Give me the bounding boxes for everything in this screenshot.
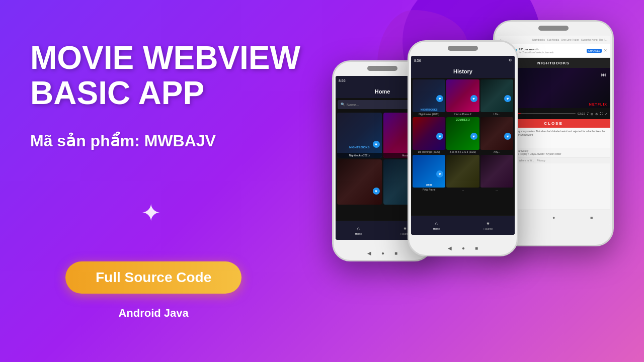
phone1-notch	[367, 66, 397, 71]
phone2-history-grid: NIGHTBOOKS ♥ Nightbooks (2021) ♥ Hocus P…	[411, 78, 515, 193]
phone2-movie-9[interactable]: ...	[480, 155, 513, 192]
circle-icon-3: ●	[552, 215, 555, 220]
phone2-screen: 8:56 ⚙ History NIGHTBOOKS ♥ Nightbooks (…	[411, 56, 515, 235]
phone3-ad-sub: for 2 months of select channels	[519, 51, 585, 54]
phone2-bottom-bar: ◀ ● ■	[448, 245, 478, 251]
phone1-movie-1[interactable]: NIGHTBOOKS ♥ Nightbooks (2021)	[337, 113, 382, 158]
phone2-nav-home[interactable]: ⌂ Home	[433, 221, 440, 230]
square-icon-3: ■	[590, 215, 593, 220]
heart-icon-2: ♥	[487, 221, 490, 226]
phone2-time: 8:56	[414, 59, 421, 62]
phones-container: 8:56 ⚙ Home 🔍 Name... NIGHTBOOKS ♥ Night…	[292, 0, 644, 362]
phone2-bottom-nav: ⌂ Home ♥ Favorite	[411, 216, 515, 235]
back-icon: ◀	[367, 250, 371, 256]
netflix-badge: NETFLIX	[589, 103, 607, 106]
phone1-title-1: Nightbooks (2021)	[337, 153, 382, 158]
left-content: MOVIE WEBVIEW BASIC APP Mã sản phẩm: MWB…	[30, 40, 302, 175]
square-icon: ■	[394, 250, 397, 256]
sparkle-icon: ✦	[141, 199, 161, 227]
phone3-status-bar: ← Nightbooks · Sub Media · One Line Trai…	[497, 36, 610, 44]
fullscreen-icon[interactable]: ⛶	[600, 112, 603, 115]
phone2-heart-7: ♥	[436, 170, 443, 177]
phone2-heart-3: ♥	[504, 95, 511, 102]
circle-icon: ●	[381, 250, 384, 256]
phone2-movie-6[interactable]: ♥ Any...	[480, 117, 513, 154]
phone1-heart-1: ♥	[373, 141, 380, 148]
phone3-notch	[538, 26, 569, 31]
progress-bar[interactable]	[515, 113, 576, 114]
phone2-notch	[448, 46, 478, 51]
phone2-movie-2[interactable]: ♥ Hocus Pocus 2	[446, 79, 479, 116]
square-icon-2: ■	[475, 245, 478, 251]
share-icon[interactable]: ⤴	[587, 112, 589, 115]
grid-icon[interactable]: ⊞	[591, 112, 593, 116]
skip-forward-icon: ⏭	[601, 72, 606, 77]
phone1-bottom-bar: ◀ ● ■	[367, 250, 397, 256]
channel-badge: CHANNEL	[587, 49, 602, 53]
phone2-heart-2: ♥	[470, 95, 477, 102]
platform-label: Android Java	[65, 307, 242, 320]
phone2-heart-4: ♥	[436, 133, 443, 140]
phone-history: 8:56 ⚙ History NIGHTBOOKS ♥ Nightbooks (…	[408, 40, 518, 256]
main-title: MOVIE WEBVIEW BASIC APP	[30, 40, 302, 111]
phone2-heart-1: ♥	[436, 95, 443, 102]
phone1-heart-3: ♥	[373, 188, 380, 195]
circle-icon-2: ●	[462, 245, 465, 251]
expand-icon[interactable]: ⤢	[605, 112, 607, 116]
phone2-nav-favorite[interactable]: ♥ Favorite	[484, 221, 493, 230]
tab-where-to-watch[interactable]: Where to W...	[519, 159, 534, 162]
phone2-movie-5[interactable]: ZOMBIES 3 ♥ Z-O-M-B-I-E-S 3 (2022)	[446, 117, 479, 154]
phone2-movie-4[interactable]: ♥ Do Revenge (2022)	[413, 117, 445, 154]
phone1-time: 8:56	[339, 79, 346, 82]
phone2-gear-icon: ⚙	[509, 58, 512, 62]
settings-icon[interactable]: ⚙	[595, 112, 598, 116]
phone2-status-bar: 8:56 ⚙	[411, 56, 515, 65]
phone2-heart-6: ♥	[504, 133, 511, 140]
search-icon: 🔍	[341, 103, 345, 107]
phone2-heart-5: ♥	[470, 133, 477, 140]
phone2-header: History	[411, 65, 515, 78]
product-subtitle: Mã sản phẩm: MWBAJV	[30, 131, 302, 150]
tab-privacy[interactable]: Privacy	[537, 159, 545, 162]
phone2-movie-3[interactable]: ♥ I Ca...	[480, 79, 513, 116]
phone1-nav-home[interactable]: ⌂ Home	[355, 226, 362, 235]
phone2-movie-1[interactable]: NIGHTBOOKS ♥ Nightbooks (2021)	[413, 79, 445, 116]
phone2-movie-8[interactable]: ...	[446, 155, 479, 192]
full-source-code-button[interactable]: Full Source Code	[65, 261, 242, 294]
home-icon-2: ⌂	[435, 221, 438, 226]
time-total: 02:23	[578, 112, 585, 115]
home-icon: ⌂	[357, 226, 360, 231]
heart-icon: ♥	[404, 226, 407, 231]
phone3-breadcrumb: Nightbooks · Sub Media · One Line Traile…	[532, 38, 607, 41]
back-icon-2: ◀	[448, 245, 452, 251]
phone2-movie-7[interactable]: PAW ♥ PAW Patrol	[413, 155, 445, 192]
phone1-movie-3[interactable]: ♥	[337, 159, 382, 205]
close-ad-icon[interactable]: ✕	[604, 48, 607, 53]
